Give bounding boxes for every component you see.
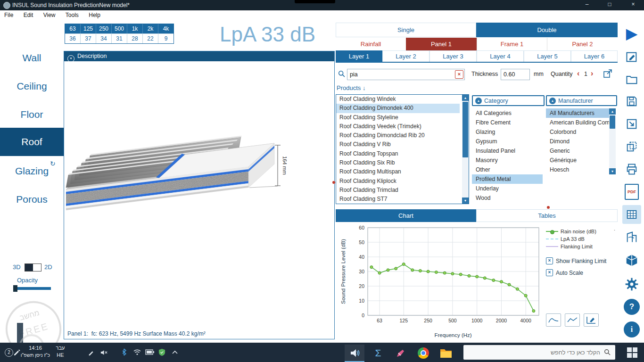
roof-3d-view[interactable]: 164 mm — [65, 62, 333, 326]
tab-panel-1[interactable]: Panel 1 — [406, 38, 477, 50]
open-external-icon[interactable] — [603, 68, 613, 79]
taskbar-app-insul[interactable] — [345, 345, 364, 362]
help-button[interactable]: ? — [622, 297, 641, 316]
tab-layer-1[interactable]: Layer 1 — [336, 50, 382, 62]
tab-double[interactable]: Double — [476, 23, 618, 37]
sidebar-item-ceiling[interactable]: Ceiling — [0, 77, 64, 96]
taskbar-app-sigma[interactable]: Σ — [368, 345, 388, 361]
taskbar-search[interactable] — [463, 345, 615, 360]
menu-help[interactable]: Help — [84, 10, 105, 20]
manufacturer-row[interactable]: Generic — [546, 146, 609, 156]
menu-tools[interactable]: Tools — [61, 10, 83, 20]
chevron-up-icon[interactable] — [172, 350, 178, 354]
clock-time[interactable]: 14:16 — [22, 345, 49, 351]
reference-curve-button[interactable] — [565, 313, 580, 327]
taskbar-search-input[interactable] — [463, 345, 615, 360]
product-row[interactable]: Roof Cladding Kliplock — [336, 177, 460, 186]
sidebar-item-porous[interactable]: Porous — [0, 190, 64, 209]
category-row[interactable]: Fibre Cement — [472, 118, 543, 127]
taskbar-app-chrome[interactable] — [413, 345, 433, 361]
tab-panel-2[interactable]: Panel 2 — [547, 38, 618, 50]
tab-single[interactable]: Single — [336, 23, 476, 37]
category-row[interactable]: Wood — [472, 193, 543, 203]
sidebar-item-roof[interactable]: Roof — [0, 128, 64, 156]
manufacturer-row[interactable]: Générique — [546, 156, 609, 165]
security-shield-icon[interactable] — [158, 348, 165, 356]
calculate-button[interactable]: ▶ — [622, 24, 641, 43]
product-row[interactable]: Roof Cladding Styleline — [336, 113, 460, 122]
thickness-input[interactable] — [501, 69, 530, 80]
minimize-button[interactable]: – — [580, 1, 594, 8]
manufacturer-row[interactable]: American Building Com — [546, 118, 609, 127]
language-indicator-top[interactable]: עבר — [54, 345, 67, 351]
taskbar-app-pen[interactable] — [391, 345, 411, 361]
settings-button[interactable] — [622, 275, 641, 294]
tab-chart[interactable]: Chart — [336, 209, 476, 222]
spectrum-curve-button[interactable] — [546, 313, 561, 327]
products-scrollbar[interactable]: ▲ ▼ — [462, 95, 469, 204]
start-button[interactable] — [627, 347, 637, 358]
taskbar-app-explorer[interactable] — [436, 345, 456, 361]
tab-layer-5[interactable]: Layer 5 — [524, 50, 571, 62]
view-mode-toggle[interactable] — [25, 263, 41, 272]
open-button[interactable] — [622, 70, 641, 89]
category-row[interactable]: Other — [472, 165, 543, 174]
tab-layer-4[interactable]: Layer 4 — [477, 50, 524, 62]
category-row[interactable]: Masonry — [472, 156, 543, 165]
category-row[interactable]: Insulated Panel — [472, 146, 543, 156]
category-sort-button[interactable]: ▲Category — [472, 95, 545, 106]
quantity-increase-icon[interactable]: › — [591, 69, 593, 78]
volume-muted-icon[interactable] — [100, 349, 108, 356]
autoscale-checkbox[interactable]: × — [546, 269, 553, 276]
product-row[interactable]: Roof Cladding V Rib — [336, 140, 460, 149]
import-model-button[interactable] — [622, 115, 641, 133]
product-row[interactable]: Roof Cladding ST7 — [336, 195, 460, 204]
print-button[interactable] — [622, 160, 641, 179]
category-row-selected[interactable]: Profiled Metal — [472, 174, 543, 184]
info-button[interactable]: i — [622, 320, 641, 339]
manufacturer-row-selected[interactable]: All Manufacturers — [546, 108, 609, 118]
tab-layer-2[interactable]: Layer 2 — [382, 50, 429, 62]
category-row[interactable]: Gypsum — [472, 137, 543, 146]
product-row[interactable]: Roof Cladding Windek — [336, 95, 460, 104]
category-row[interactable]: Glazing — [472, 127, 543, 137]
product-row[interactable]: Roof Cladding Trimclad — [336, 186, 460, 195]
category-row[interactable]: Underlay — [472, 184, 543, 193]
product-row[interactable]: Roof Cladding Veedek (Trimdek) — [336, 122, 460, 131]
opacity-slider-handle[interactable] — [13, 285, 17, 292]
pen-tray-icon[interactable] — [88, 349, 95, 356]
manufacturer-sort-button[interactable]: ▲Manufacturer — [546, 95, 617, 106]
opacity-slider-track[interactable] — [15, 287, 51, 290]
product-row[interactable]: Roof Cladding Topspan — [336, 149, 460, 158]
manufacturer-scrollbar[interactable]: ▲ ▼ — [609, 108, 616, 174]
materials-button[interactable] — [622, 251, 641, 270]
chevron-down-icon[interactable]: ▼ — [67, 55, 74, 62]
menu-file[interactable]: File — [0, 10, 17, 20]
sort-descending-icon[interactable]: ↓ — [363, 84, 366, 91]
sidebar-item-floor[interactable]: Floor — [0, 105, 64, 124]
clear-search-icon[interactable]: × — [455, 70, 463, 79]
clock-date[interactable]: כ"ז ניסן תשפ"ו — [17, 352, 54, 358]
product-row[interactable]: Roof Cladding Multispan — [336, 167, 460, 176]
tab-rainfall[interactable]: Rainfall — [336, 38, 406, 50]
battery-icon[interactable] — [145, 349, 155, 355]
language-indicator-bottom[interactable]: HE — [54, 352, 67, 358]
notification-badge[interactable]: 2 — [5, 348, 13, 357]
quantity-decrease-icon[interactable]: ‹ — [577, 69, 579, 78]
tab-layer-6[interactable]: Layer 6 — [571, 50, 618, 62]
description-header[interactable]: ▼Description — [64, 51, 334, 61]
edit-chart-button[interactable] — [584, 313, 599, 327]
wifi-icon[interactable] — [133, 349, 141, 355]
manufacturer-row[interactable]: Hoesch — [546, 165, 609, 174]
tab-frame-1[interactable]: Frame 1 — [477, 38, 547, 50]
edit-button[interactable] — [622, 48, 641, 66]
scrollbar-thumb[interactable] — [610, 115, 615, 129]
scroll-up-icon[interactable]: ▲ — [609, 108, 616, 115]
flanking-checkbox[interactable]: × — [546, 257, 553, 264]
flanking-button[interactable] — [622, 228, 641, 247]
save-button[interactable] — [622, 92, 641, 111]
menu-edit[interactable]: Edit — [19, 10, 38, 20]
manufacturer-row[interactable]: Colorbond — [546, 127, 609, 137]
manufacturer-row[interactable]: Dimond — [546, 137, 609, 146]
close-button[interactable]: × — [626, 1, 640, 8]
